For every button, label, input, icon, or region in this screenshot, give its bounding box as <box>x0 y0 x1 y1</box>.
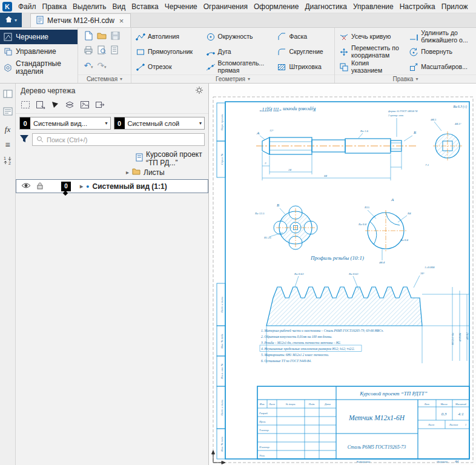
menu-item-draw[interactable]: Черчение <box>162 1 200 13</box>
document-icon <box>136 153 143 163</box>
document-icon <box>36 16 44 26</box>
group-label-geometry[interactable]: Геометрия▾ <box>131 74 334 83</box>
tool-trim-curve[interactable]: Усечь кривую <box>337 29 405 44</box>
home-button[interactable]: ▾ <box>0 13 22 27</box>
group-geometry: Автолиния Прямоугольник Отрезок Окружнос… <box>131 28 334 83</box>
svg-text:Справ. №: Справ. № <box>220 153 223 165</box>
menu-item-edit[interactable]: Правка <box>39 1 70 13</box>
current-layer-combo[interactable]: 0 Системный слой ▾ <box>114 117 205 130</box>
tool-fillet[interactable]: Скругление <box>275 44 332 59</box>
svg-text:Н.контр.: Н.контр. <box>259 446 270 449</box>
category-drawing[interactable]: Черчение <box>0 30 78 44</box>
tool-extend-to-nearest[interactable]: Удлинить до ближайшего о... <box>407 29 474 44</box>
variables-panel-icon[interactable]: fx <box>5 125 10 134</box>
structure-panel-icon[interactable] <box>3 107 13 117</box>
svg-text:М12х1-6н: М12х1-6н <box>451 332 454 346</box>
menu-panel-icon[interactable]: ≡ <box>5 142 10 148</box>
svg-text:А: А <box>391 197 394 202</box>
tool-copy-by-indication[interactable]: Копия указанием <box>337 59 405 74</box>
tool-segment[interactable]: Отрезок <box>134 59 202 74</box>
svg-text:12°: 12° <box>269 129 274 132</box>
filter-icon[interactable] <box>19 134 29 145</box>
tool-arc[interactable]: Дуга <box>204 44 273 59</box>
document-tab[interactable]: Метчик M12-6H.cdw × <box>30 13 131 27</box>
svg-text:А: А <box>256 131 260 136</box>
menu-item-settings[interactable]: Настройка <box>397 1 438 13</box>
menu-item-management[interactable]: Управление <box>350 1 397 13</box>
mass-value: 0.3 <box>441 412 447 417</box>
tree-item-system-view[interactable]: 0 ▸ ● Системный вид (1:1) <box>16 179 208 193</box>
menu-item-select[interactable]: Выделить <box>70 1 109 13</box>
image-icon[interactable] <box>80 101 90 111</box>
svg-text:№ докум.: № докум. <box>285 403 296 406</box>
expander-icon[interactable]: ▸ <box>126 169 129 176</box>
tool-scale[interactable]: Масштабиров... <box>407 59 474 74</box>
group-label-edit[interactable]: Правка▾ <box>335 74 476 83</box>
group-label-system[interactable]: Системная▾ <box>78 74 131 83</box>
svg-text:⌀10.86: ⌀10.86 <box>458 332 461 341</box>
menu-item-insert[interactable]: Вставка <box>128 1 162 13</box>
copied-label: Копировал <box>356 460 370 463</box>
mass-label: Масса <box>440 403 447 406</box>
svg-text:2. Обратная конусность 0,01мк: 2. Обратная конусность 0,01мк на 100 мм … <box>261 335 332 338</box>
open-folder-icon[interactable] <box>97 31 107 42</box>
svg-text:Подп.: Подп. <box>308 403 315 406</box>
search-input[interactable]: Поиск (Ctrl+/) <box>32 133 205 146</box>
category-standard-parts[interactable]: Стандартные изделия <box>0 59 78 76</box>
tool-hatch[interactable]: Штриховка <box>275 59 332 74</box>
tool-auxiliary-line[interactable]: Вспомогатель... прямая <box>204 59 273 74</box>
drawing-canvas[interactable]: Перв. примен.Справ. №Подп. и датаИнв. № … <box>209 84 476 465</box>
tool-rotate[interactable]: Повернуть <box>407 44 474 59</box>
lock-icon[interactable] <box>36 182 44 191</box>
expander-icon[interactable]: ▸ <box>80 183 83 190</box>
current-view-combo[interactable]: 0 Системный вид... ▾ <box>19 117 111 130</box>
tree-item-label: Листы <box>144 168 165 177</box>
menu-item-view[interactable]: Вид <box>109 1 128 13</box>
scale-label: Масштаб <box>455 403 467 406</box>
parameters-panel-icon[interactable] <box>3 90 13 100</box>
close-icon[interactable]: × <box>118 17 125 25</box>
eye-icon[interactable] <box>21 182 31 191</box>
layers-icon <box>4 47 12 56</box>
marker-icon[interactable] <box>51 101 59 111</box>
print-preview-icon[interactable] <box>98 45 106 56</box>
svg-text:Подп. и дата: Подп. и дата <box>220 399 223 416</box>
sheets-value: 1 <box>465 423 466 426</box>
gear-icon[interactable] <box>195 86 203 96</box>
tool-circle[interactable]: Окружность <box>204 29 273 44</box>
menu-item-apps[interactable]: Прилож <box>438 1 471 13</box>
tool-rectangle[interactable]: Прямоугольник <box>134 44 202 59</box>
svg-text:4. Неуказанные предельные откл: 4. Неуказанные предельные отклонения раз… <box>261 347 355 351</box>
chevron-down-icon: ▾ <box>248 76 250 82</box>
print-icon[interactable] <box>84 46 93 56</box>
document-settings-icon[interactable] <box>111 45 119 56</box>
undo-icon[interactable]: ↶▾ <box>84 61 93 70</box>
new-document-icon[interactable] <box>84 31 93 42</box>
svg-text:30°: 30° <box>420 272 425 275</box>
svg-text:Т.контр.: Т.контр. <box>259 429 269 432</box>
menu-item-style[interactable]: Оформление <box>251 1 302 13</box>
tree-item-sheets[interactable]: ▸ Листы <box>16 165 208 179</box>
redo-icon[interactable]: ↷▾ <box>97 61 106 70</box>
tree-item-project[interactable]: Курсовой проект “ТП РД...” <box>16 151 208 165</box>
menu-item-diagnostics[interactable]: Диагностика <box>302 1 350 13</box>
svg-text:⌀8.4: ⌀8.4 <box>379 261 385 264</box>
save-icon[interactable] <box>111 31 120 42</box>
menu-item-constraints[interactable]: Ограничения <box>200 1 251 13</box>
swap-views-icon[interactable]: 12 <box>3 156 13 167</box>
export-view-icon[interactable] <box>95 101 105 111</box>
category-management[interactable]: Управление <box>0 44 78 59</box>
tool-move-by-coordinates[interactable]: Переместить по координатам <box>337 44 405 59</box>
drawing-sheet-svg[interactable]: Перв. примен.Справ. №Подп. и датаИнв. № … <box>209 84 476 465</box>
add-layer-icon[interactable] <box>65 101 74 111</box>
folder-icon <box>132 168 140 177</box>
layer-number-badge[interactable]: 0 <box>61 182 71 191</box>
tool-autoline[interactable]: Автолиния <box>134 29 202 44</box>
new-section-icon[interactable] <box>21 101 30 111</box>
app-logo[interactable]: K <box>2 2 12 12</box>
svg-text:Разраб.: Разраб. <box>259 412 268 415</box>
svg-text:Б: Б <box>413 130 416 135</box>
insert-view-icon[interactable] <box>36 101 45 111</box>
tool-chamfer[interactable]: Фаска <box>275 29 332 44</box>
menu-item-file[interactable]: Файл <box>15 1 39 13</box>
